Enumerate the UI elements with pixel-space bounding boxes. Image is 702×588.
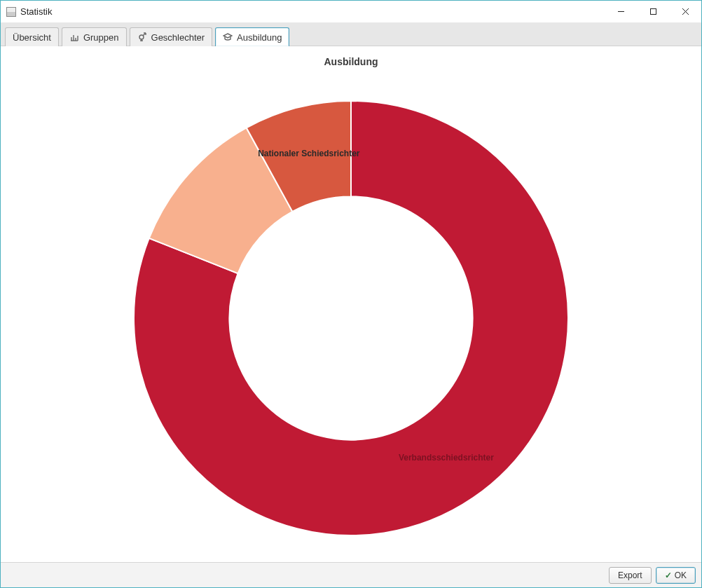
tab-groups[interactable]: Gruppen (62, 27, 127, 46)
minimize-button[interactable] (605, 1, 637, 22)
tab-education[interactable]: Ausbildung (215, 27, 289, 46)
export-button[interactable]: Export (609, 567, 652, 584)
close-button[interactable] (669, 1, 701, 22)
app-window: Statistik Übersicht Gruppen (0, 0, 702, 588)
window-controls (605, 1, 701, 22)
button-label: OK (675, 570, 687, 580)
svg-point-9 (139, 35, 144, 39)
tab-label: Geschlechter (151, 32, 205, 43)
ok-button[interactable]: ✓ OK (656, 567, 696, 584)
chart-title: Ausbildung (1, 56, 701, 67)
tabbar: Übersicht Gruppen Geschlechter Ausbildun… (1, 23, 701, 46)
tab-label: Übersicht (13, 32, 51, 43)
footer: Export ✓ OK (1, 562, 701, 587)
chart-area: Ausbildung VerbandsschiedsrichterNationa… (1, 46, 701, 562)
maximize-button[interactable] (637, 1, 669, 22)
graduation-cap-icon (223, 32, 233, 42)
titlebar: Statistik (1, 1, 701, 23)
app-icon (6, 7, 16, 17)
svg-rect-1 (650, 9, 656, 15)
tab-overview[interactable]: Übersicht (5, 27, 59, 46)
donut-slice-label: Nationaler Schiedsrichter (258, 149, 360, 158)
gender-icon (137, 32, 147, 42)
tab-label: Gruppen (83, 32, 119, 43)
tab-genders[interactable]: Geschlechter (130, 27, 213, 46)
donut-slice-label: Verbandsschiedsrichter (399, 453, 494, 463)
window-title: Statistik (20, 6, 53, 17)
donut-chart: VerbandsschiedsrichterNationaler Schieds… (1, 74, 701, 562)
tab-label: Ausbildung (237, 32, 282, 43)
check-icon: ✓ (665, 570, 672, 580)
bar-chart-icon (69, 32, 79, 42)
button-label: Export (618, 570, 642, 580)
